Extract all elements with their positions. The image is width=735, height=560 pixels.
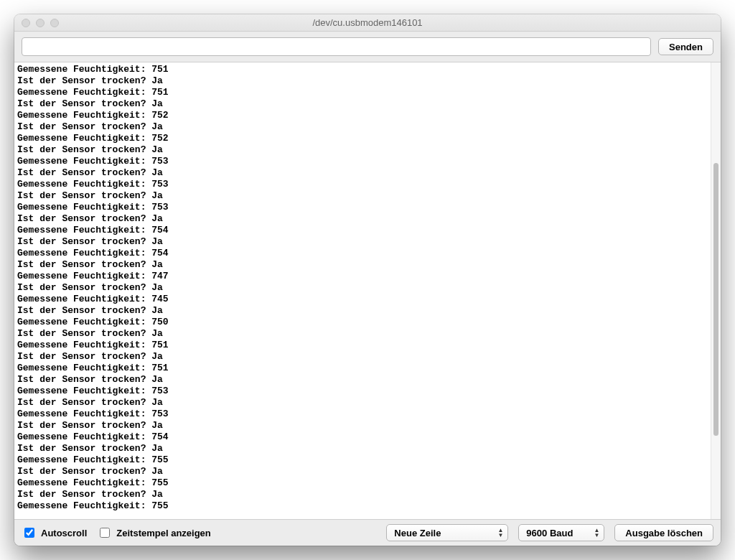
serial-input[interactable] (22, 37, 651, 56)
clear-output-button[interactable]: Ausgabe löschen (614, 524, 713, 541)
titlebar: /dev/cu.usbmodem146101 (14, 14, 721, 32)
autoscroll-label: Autoscroll (41, 528, 87, 538)
serial-monitor-window: /dev/cu.usbmodem146101 Senden Gemessene … (14, 14, 721, 546)
baud-select[interactable]: 9600 Baud ▲▼ (518, 524, 604, 541)
updown-icon: ▲▼ (497, 528, 503, 538)
console-area: Gemessene Feuchtigkeit: 751 Ist der Sens… (14, 62, 721, 520)
autoscroll-checkbox[interactable]: Autoscroll (22, 526, 87, 540)
zoom-icon[interactable] (50, 19, 59, 27)
timestamp-input[interactable] (100, 528, 110, 538)
bottom-toolbar: Autoscroll Zeitstempel anzeigen Neue Zei… (14, 520, 721, 546)
window-controls (22, 19, 59, 27)
updown-icon: ▲▼ (594, 528, 599, 538)
autoscroll-input[interactable] (24, 528, 34, 538)
scrollbar-thumb[interactable] (713, 163, 718, 436)
window-title: /dev/cu.usbmodem146101 (312, 17, 422, 28)
timestamp-checkbox[interactable]: Zeitstempel anzeigen (97, 526, 210, 540)
close-icon[interactable] (22, 19, 30, 27)
baud-value: 9600 Baud (526, 528, 573, 538)
line-ending-value: Neue Zeile (394, 528, 441, 538)
scrollbar[interactable] (711, 62, 721, 519)
line-ending-select[interactable]: Neue Zeile ▲▼ (386, 524, 508, 541)
send-row: Senden (14, 32, 721, 62)
serial-output: Gemessene Feuchtigkeit: 751 Ist der Sens… (14, 62, 711, 519)
minimize-icon[interactable] (36, 19, 45, 27)
timestamp-label: Zeitstempel anzeigen (116, 528, 210, 538)
send-button[interactable]: Senden (658, 38, 713, 55)
